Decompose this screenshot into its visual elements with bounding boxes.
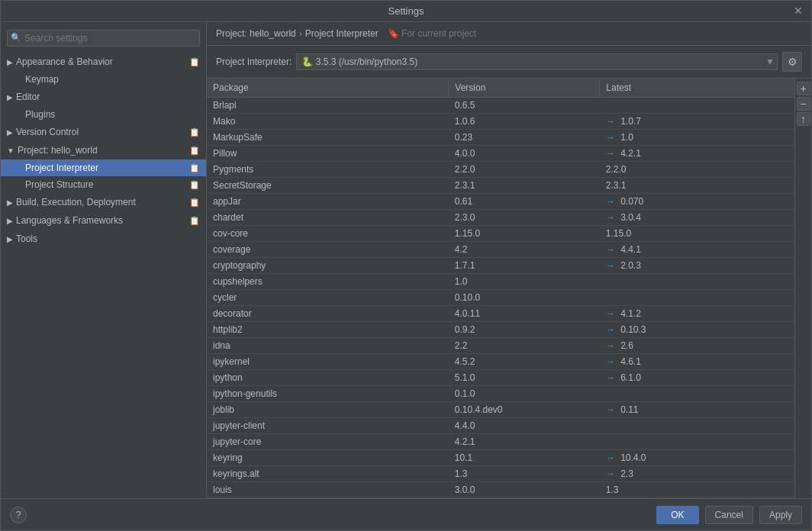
package-version-cell: 3.0.0 [449,482,600,498]
sidebar-item-build[interactable]: ▶ Build, Execution, Deployment 📋 [1,193,206,211]
package-name-cell: httplib2 [207,322,449,338]
col-latest-header[interactable]: Latest [600,79,811,98]
copy-icon: 📋 [189,216,200,226]
package-version-cell: 1.3 [449,466,600,482]
package-version-cell: 2.2.0 [449,162,600,178]
update-arrow-icon: → [606,308,617,319]
table-row[interactable]: joblib0.10.4.dev0→ 0.11 [207,402,811,418]
cancel-button[interactable]: Cancel [705,506,753,524]
update-arrow-icon: → [606,356,617,367]
col-package-header[interactable]: Package [207,79,449,98]
close-button[interactable]: ✕ [791,4,805,18]
copy-icon: 📋 [189,198,200,208]
sidebar-item-tools[interactable]: ▶ Tools [1,230,206,248]
sidebar: 🔍 ▶ Appearance & Behavior 📋 Keymap ▶ Edi… [1,22,207,498]
copy-icon: 📋 [189,180,200,190]
package-version-cell: 2.3.0 [449,210,600,226]
add-package-button[interactable]: + [797,82,810,95]
table-row[interactable]: Mako1.0.6→ 1.0.7 [207,114,811,130]
table-row[interactable]: Brlapi0.6.5 [207,98,811,114]
sidebar-item-plugins[interactable]: Plugins [1,106,206,123]
sidebar-item-languages[interactable]: ▶ Languages & Frameworks 📋 [1,211,206,230]
table-container[interactable]: Package Version Latest Brlapi0.6.5Mako1.… [207,79,811,498]
table-row[interactable]: decorator4.0.11→ 4.1.2 [207,306,811,322]
packages-table: Package Version Latest Brlapi0.6.5Mako1.… [207,79,811,498]
package-latest-cell: → 3.0.4 [600,210,811,226]
package-latest-cell: 1.3 [600,482,811,498]
col-version-header[interactable]: Version [449,79,600,98]
table-row[interactable]: cov-core1.15.01.15.0 [207,226,811,242]
table-row[interactable]: coverage4.2→ 4.4.1 [207,242,811,258]
sidebar-item-label: Project: hello_world [18,145,98,156]
table-row[interactable]: idna2.2→ 2.6 [207,338,811,354]
sidebar-item-appearance[interactable]: ▶ Appearance & Behavior 📋 [1,53,206,71]
table-row[interactable]: matplotlib2.0.0→ 2.1.0rc1 [207,498,811,499]
upgrade-package-button[interactable]: ↑ [797,112,810,126]
table-row[interactable]: jupyter-core4.2.1 [207,434,811,450]
sidebar-item-editor[interactable]: ▶ Editor [1,88,206,106]
panel-header: Project: hello_world › Project Interpret… [207,22,811,46]
update-arrow-icon: → [606,340,617,351]
table-row[interactable]: MarkupSafe0.23→ 1.0 [207,130,811,146]
package-version-cell: 0.61 [449,194,600,210]
package-name-cell: MarkupSafe [207,130,449,146]
table-row[interactable]: jupyter-client4.4.0 [207,418,811,434]
package-latest-cell [600,418,811,434]
right-panel: Project: hello_world › Project Interpret… [207,22,811,498]
package-name-cell: keyrings.alt [207,466,449,482]
package-latest-cell: → 0.11 [600,402,811,418]
table-row[interactable]: Pillow4.0.0→ 4.2.1 [207,146,811,162]
help-button[interactable]: ? [10,507,27,523]
interpreter-gear-button[interactable]: ⚙ [782,52,802,72]
table-row[interactable]: ipykernel4.5.2→ 4.6.1 [207,354,811,370]
interpreter-row: Project Interpreter: 🐍 3.5.3 (/usr/bin/p… [207,46,811,79]
sidebar-item-keymap[interactable]: Keymap [1,71,206,88]
copy-icon: 📋 [189,146,200,156]
package-latest-cell: 1.15.0 [600,226,811,242]
for-current-project-label: 🔖 For current project [388,28,476,39]
table-row[interactable]: keyrings.alt1.3→ 2.3 [207,466,811,482]
remove-package-button[interactable]: − [797,97,810,111]
interpreter-select[interactable]: 🐍 3.5.3 (/usr/bin/python3.5) [296,53,778,70]
sidebar-item-label: Version Control [16,127,79,137]
table-row[interactable]: ipython-genutils0.1.0 [207,386,811,402]
table-row[interactable]: cupshelpers1.0 [207,274,811,290]
update-arrow-icon: → [606,452,617,463]
expand-icon: ▶ [7,93,13,101]
table-header-row: Package Version Latest [207,79,811,98]
package-name-cell: jupyter-client [207,418,449,434]
table-row[interactable]: httplib20.9.2→ 0.10.3 [207,322,811,338]
table-row[interactable]: keyring10.1→ 10.4.0 [207,450,811,466]
package-version-cell: 1.0 [449,274,600,290]
table-row[interactable]: louis3.0.01.3 [207,482,811,498]
ok-button[interactable]: OK [656,506,698,524]
search-icon: 🔍 [11,33,21,43]
search-input[interactable] [7,30,200,47]
package-latest-cell: → 4.4.1 [600,242,811,258]
sidebar-item-project-structure[interactable]: Project Structure 📋 [1,176,206,193]
table-row[interactable]: chardet2.3.0→ 3.0.4 [207,210,811,226]
table-row[interactable]: cryptography1.7.1→ 2.0.3 [207,258,811,274]
table-row[interactable]: ipython5.1.0→ 6.1.0 [207,370,811,386]
table-row[interactable]: SecretStorage2.3.12.3.1 [207,178,811,194]
table-row[interactable]: cycler0.10.0 [207,290,811,306]
sidebar-item-version-control[interactable]: ▶ Version Control 📋 [1,123,206,141]
expand-icon: ▶ [7,58,13,66]
package-latest-cell: → 0.10.3 [600,322,811,338]
package-version-cell: 2.0.0 [449,498,600,499]
package-name-cell: joblib [207,402,449,418]
update-arrow-icon: → [606,132,617,143]
update-arrow-icon: → [606,468,617,479]
package-name-cell: chardet [207,210,449,226]
package-name-cell: cryptography [207,258,449,274]
sidebar-item-project-interpreter[interactable]: Project Interpreter 📋 [1,159,206,176]
table-row[interactable]: Pygments2.2.02.2.0 [207,162,811,178]
apply-button[interactable]: Apply [759,506,802,524]
sidebar-item-project[interactable]: ▼ Project: hello_world 📋 [1,141,206,159]
package-name-cell: ipython-genutils [207,386,449,402]
package-latest-cell [600,386,811,402]
package-name-cell: Mako [207,114,449,130]
sidebar-item-label: Languages & Frameworks [16,215,123,226]
table-row[interactable]: appJar0.61→ 0.070 [207,194,811,210]
sidebar-item-label: Appearance & Behavior [16,56,113,67]
